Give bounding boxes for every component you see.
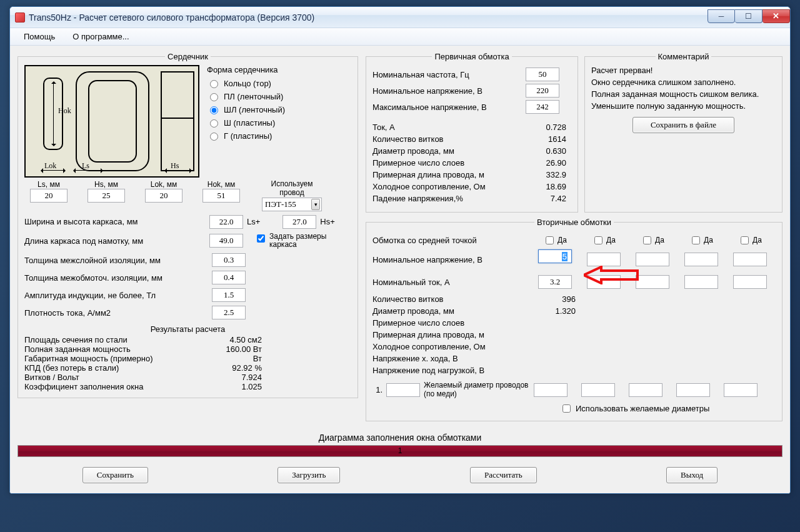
hok-label: Hok, мм — [208, 180, 236, 189]
wish-d1[interactable] — [534, 383, 568, 397]
highlight-arrow-icon — [584, 266, 639, 284]
window-title: Trans50Hz - Расчет сетевого силового тра… — [29, 13, 708, 23]
hs-plus-label: Hs+ — [320, 217, 334, 226]
secondary-legend: Вторичные обмотки — [534, 218, 614, 227]
primary-vmax-input[interactable] — [526, 100, 559, 114]
wish1-input[interactable] — [386, 383, 420, 397]
minimize-button[interactable]: ─ — [708, 9, 735, 23]
wish-num: 1. — [372, 385, 382, 394]
sec-da-5[interactable]: Да — [738, 234, 762, 246]
progress-bar: 1 — [18, 445, 782, 457]
frame-hs-input[interactable] — [282, 215, 316, 229]
menu-help[interactable]: Помощь — [15, 29, 64, 44]
sec-da-1[interactable]: Да — [543, 234, 567, 246]
centertap-label: Обмотка со средней точкой — [372, 236, 535, 245]
wire-combo[interactable]: ▾ — [262, 198, 322, 211]
comment-group: Комментарий Расчет прерван! Окно сердечн… — [584, 52, 782, 213]
core-shape-radios: Форма сердечника Кольцо (тор) ПЛ (ленточ… — [207, 65, 285, 144]
sec-vnom-label: Номинальное напряжение, В — [372, 255, 535, 264]
wish-label: Желаемый диаметр проводов (по меди) — [424, 381, 530, 399]
wire-label2: провод — [279, 188, 304, 197]
interlayer-label: Толщина межслойной изоляции, мм — [24, 256, 212, 265]
sec-da-4[interactable]: Да — [689, 234, 713, 246]
wish-d5[interactable] — [724, 383, 758, 397]
sec4-i-input[interactable] — [684, 275, 718, 289]
diagram-hok-label: Hok — [58, 106, 71, 116]
diagram-lok-label: Lok — [44, 161, 56, 171]
save-button[interactable]: Сохранить — [82, 467, 148, 483]
sec-da-3[interactable]: Да — [641, 234, 664, 246]
radio-sh[interactable]: Ш (пластины) — [207, 118, 285, 128]
app-window: Trans50Hz - Расчет сетевого силового тра… — [9, 6, 791, 494]
core-group: Сердечник — [18, 52, 358, 398]
interlayer-input[interactable] — [212, 253, 246, 267]
interwinding-input[interactable] — [212, 271, 246, 284]
progress-text: 1 — [18, 446, 782, 455]
core-diagram: Hok Lok Ls Hs — [24, 65, 199, 178]
radio-pl[interactable]: ПЛ (ленточный) — [207, 91, 285, 101]
menu-about[interactable]: О программе... — [64, 29, 138, 44]
core-legend: Сердечник — [165, 52, 211, 61]
lok-label: Lok, мм — [151, 180, 178, 189]
hok-input[interactable] — [202, 189, 240, 203]
density-input[interactable] — [212, 306, 246, 319]
use-wish-checkbox[interactable]: Использовать желаемые диаметры — [560, 403, 709, 414]
primary-vnom-input[interactable] — [526, 84, 559, 98]
primary-freq-input[interactable] — [526, 68, 559, 81]
exit-button[interactable]: Выход — [666, 467, 718, 483]
comment-legend: Комментарий — [656, 52, 712, 61]
save-file-button[interactable]: Сохранить в файле — [632, 117, 734, 133]
hs-input[interactable] — [88, 189, 125, 203]
calc-button[interactable]: Рассчитать — [470, 467, 537, 483]
diagram-ls-label: Ls — [82, 161, 89, 171]
sec5-i-input[interactable] — [733, 275, 767, 289]
ls-input[interactable] — [30, 189, 68, 203]
diagram-label: Диаграмма заполнения окна обмотками — [18, 433, 782, 443]
results-header: Результаты расчета — [24, 324, 351, 334]
ls-plus-label: Ls+ — [247, 217, 260, 226]
load-button[interactable]: Загрузить — [278, 467, 340, 483]
sec4-v-input[interactable] — [684, 253, 718, 266]
induction-input[interactable] — [212, 288, 246, 302]
wire-label1: Используем — [271, 179, 313, 188]
secondary-group: Вторичные обмотки Обмотка со средней точ… — [366, 218, 782, 421]
diagram-hs-label: Hs — [171, 161, 179, 171]
sec3-v-input[interactable] — [636, 253, 669, 266]
titlebar: Trans50Hz - Расчет сетевого силового тра… — [10, 7, 790, 28]
wish-d4[interactable] — [676, 383, 710, 397]
core-shape-label: Форма сердечника — [207, 65, 285, 74]
core-results: Площадь сечения по стали4.50 см2 Полная … — [24, 335, 351, 391]
dropdown-icon[interactable]: ▾ — [311, 199, 320, 210]
wish-d2[interactable] — [581, 383, 615, 397]
sec-da-2[interactable]: Да — [592, 234, 616, 246]
sec3-i-input[interactable] — [636, 275, 669, 289]
sec5-v-input[interactable] — [733, 253, 767, 266]
use-frame-checkbox[interactable]: Задать размеры каркаса — [254, 233, 338, 250]
hs-label: Hs, мм — [94, 180, 118, 189]
interwinding-label: Толщина межобмоточ. изоляции, мм — [24, 273, 212, 283]
frame-length-label: Длина каркаса под намотку, мм — [24, 236, 206, 246]
frame-ls-input[interactable] — [209, 215, 243, 229]
primary-legend: Первичная обмотка — [432, 52, 511, 61]
sec1-i-input[interactable] — [538, 275, 572, 289]
density-label: Плотность тока, А/мм2 — [24, 308, 212, 318]
frame-length-input[interactable] — [209, 234, 243, 248]
sec1-v-input[interactable]: 5 — [538, 249, 572, 263]
primary-group: Первичная обмотка Номинальная частота, Г… — [366, 52, 578, 213]
radio-shl[interactable]: ШЛ (ленточный) — [207, 104, 285, 114]
client-area: Сердечник — [10, 46, 790, 493]
sec-inom-label: Номинальный ток, А — [372, 278, 535, 287]
radio-g[interactable]: Г (пластины) — [207, 131, 285, 141]
radio-ring[interactable]: Кольцо (тор) — [207, 78, 285, 88]
sec2-v-input[interactable] — [587, 253, 621, 266]
induction-label: Амплитуда индукции, не более, Тл — [24, 291, 212, 300]
comment-text: Расчет прерван! Окно сердечника слишком … — [591, 65, 776, 112]
lok-input[interactable] — [145, 189, 182, 203]
maximize-button[interactable]: ☐ — [735, 9, 762, 23]
wish-d3[interactable] — [629, 383, 662, 397]
close-button[interactable]: ✕ — [762, 9, 790, 23]
menubar: Помощь О программе... — [10, 28, 790, 46]
ls-label: Ls, мм — [38, 180, 60, 189]
app-icon — [15, 13, 25, 23]
frame-wh-label: Ширина и высота каркаса, мм — [24, 217, 206, 226]
